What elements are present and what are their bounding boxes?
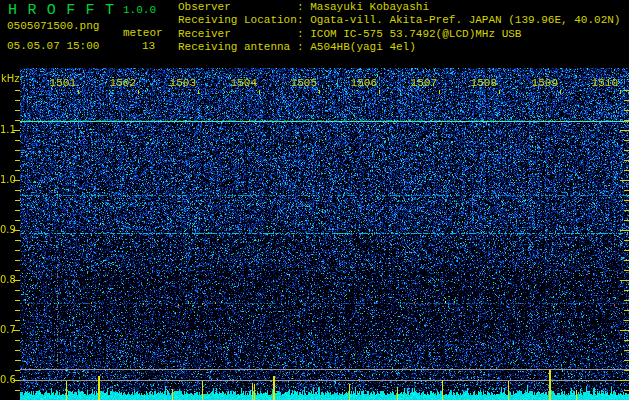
info-value: Ogata-vill. Akita-Pref. JAPAN (139.96E, … <box>310 14 620 26</box>
time-label-1510: 1510 <box>591 77 618 89</box>
info-key: Observer <box>178 1 297 14</box>
time-label-1502: 1502 <box>109 77 136 89</box>
info-separator: : <box>297 1 310 13</box>
time-label-1508: 1508 <box>470 77 497 89</box>
info-row-observer: Observer: Masayuki Kobayashi <box>178 1 620 14</box>
time-label-1507: 1507 <box>410 77 437 89</box>
info-key: Receiver <box>178 28 297 41</box>
info-key: Receiving antenna <box>178 41 297 54</box>
info-row-receiver: Receiver: ICOM IC-575 53.7492(@LCD)MHz U… <box>178 28 620 41</box>
info-row-antenna: Receiving antenna: A504HB(yagi 4el) <box>178 41 620 54</box>
hrofft-window: H R O F F T 1.0.0 0505071500.png meteor … <box>0 0 629 400</box>
info-separator: : <box>297 41 310 53</box>
freq-label-0.7: 0.7 <box>0 324 13 335</box>
app-version: 1.0.0 <box>123 4 156 16</box>
info-separator: : <box>297 14 310 26</box>
spectrogram-canvas <box>0 68 629 400</box>
output-filename: 0505071500.png <box>7 20 99 32</box>
freq-label-0.8: 0.8 <box>0 274 13 285</box>
info-separator: : <box>297 28 310 40</box>
observation-mode: meteor <box>123 27 163 39</box>
info-key: Receiving Location <box>178 14 297 27</box>
freq-label-1.0: 1.0 <box>0 174 13 185</box>
freq-label-0.9: 0.9 <box>0 224 13 235</box>
app-title: H R O F F T <box>8 2 115 19</box>
time-label-1503: 1503 <box>169 77 196 89</box>
time-label-1501: 1501 <box>49 77 76 89</box>
time-label-1504: 1504 <box>230 77 257 89</box>
info-row-location: Receiving Location: Ogata-vill. Akita-Pr… <box>178 14 620 27</box>
observation-datetime: 05.05.07 15:00 <box>7 40 99 52</box>
frequency-axis-unit: kHz <box>1 73 20 84</box>
info-value: A504HB(yagi 4el) <box>310 41 416 53</box>
freq-label-0.6: 0.6 <box>0 374 13 385</box>
freq-label-1.1: 1.1 <box>0 124 13 135</box>
station-info: Observer: Masayuki Kobayashi Receiving L… <box>178 1 620 55</box>
time-label-1506: 1506 <box>350 77 377 89</box>
info-value: Masayuki Kobayashi <box>310 1 429 13</box>
echo-count: 13 <box>142 40 155 52</box>
time-label-1509: 1509 <box>531 77 558 89</box>
time-label-1505: 1505 <box>290 77 317 89</box>
info-value: ICOM IC-575 53.7492(@LCD)MHz USB <box>310 28 521 40</box>
